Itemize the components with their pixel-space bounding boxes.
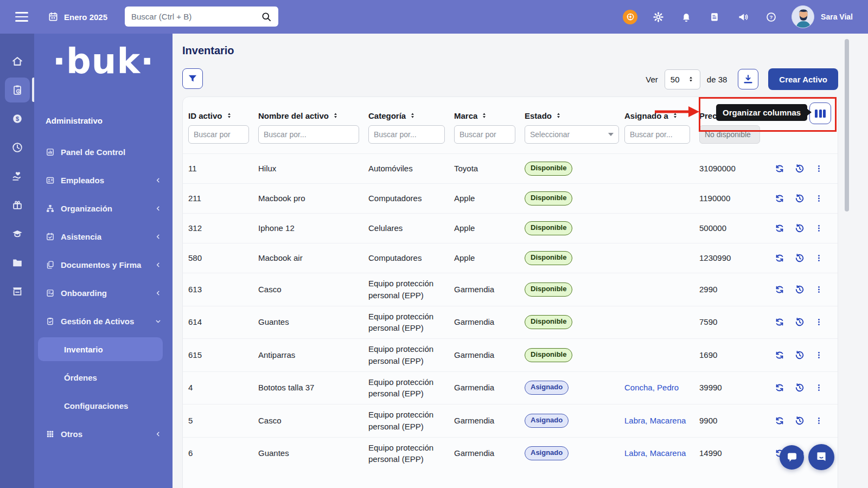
- filter-input-marca[interactable]: [454, 125, 515, 144]
- cell-assigned-link[interactable]: [624, 164, 699, 173]
- change-status-icon[interactable]: [774, 163, 785, 174]
- cell-assigned-link[interactable]: [624, 318, 699, 326]
- organize-columns-button[interactable]: [809, 102, 831, 124]
- cell-assigned-link[interactable]: [624, 285, 699, 294]
- kebab-menu-icon[interactable]: [814, 350, 824, 361]
- export-download-button[interactable]: [738, 69, 758, 89]
- sidebar-item-panel-de-control[interactable]: Panel de Control: [34, 138, 173, 166]
- page-size-select[interactable]: 50: [665, 69, 700, 89]
- sidebar-subitem-configuraciones[interactable]: Configuraciones: [34, 391, 173, 420]
- sidebar-item-otros[interactable]: Otros: [34, 420, 173, 448]
- change-status-icon[interactable]: [774, 253, 785, 264]
- sidebar-item-empleados[interactable]: Empleados: [34, 166, 173, 194]
- period-selector[interactable]: Enero 2025: [48, 11, 107, 22]
- change-status-icon[interactable]: [774, 382, 785, 393]
- history-icon[interactable]: [794, 163, 805, 174]
- sidebar-item-asistencia[interactable]: Asistencia: [34, 222, 173, 251]
- rail-benefits-icon[interactable]: [0, 162, 34, 190]
- cell-assigned-link[interactable]: [624, 224, 699, 233]
- chat-bubble-button[interactable]: [780, 445, 804, 470]
- column-header-marca[interactable]: Marca: [454, 111, 525, 120]
- history-icon[interactable]: [794, 223, 805, 234]
- rail-time-icon[interactable]: [0, 133, 34, 162]
- rail-training-icon[interactable]: [0, 219, 34, 248]
- filter-button[interactable]: [182, 68, 203, 89]
- cell-assigned-link[interactable]: [624, 351, 699, 359]
- column-header-asignado[interactable]: Asignado a: [624, 111, 699, 120]
- vertical-scrollbar[interactable]: [845, 39, 849, 211]
- rail-files-icon[interactable]: [0, 248, 34, 277]
- kebab-menu-icon[interactable]: [814, 284, 824, 295]
- assistant-icon[interactable]: [623, 10, 637, 24]
- sidebar-subitem-inventario[interactable]: Inventario: [38, 337, 163, 361]
- change-status-icon[interactable]: [774, 415, 785, 426]
- sidebar-item-documentos-y-firma[interactable]: Documentos y Firma: [34, 251, 173, 279]
- rail-asset-management-icon[interactable]: [0, 75, 34, 104]
- sidebar-subitem-ordenes[interactable]: Órdenes: [34, 363, 173, 391]
- column-header-categoria[interactable]: Categoría: [368, 111, 454, 120]
- sort-icon[interactable]: [409, 112, 416, 119]
- table-row[interactable]: 312 Iphone 12 Celulares Apple Disponible…: [183, 213, 838, 243]
- sort-icon[interactable]: [226, 112, 233, 119]
- kebab-menu-icon[interactable]: [814, 223, 824, 234]
- sidebar-item-onboarding[interactable]: Onboarding: [34, 279, 173, 307]
- column-header-nombre[interactable]: Nombre del activo: [258, 111, 368, 120]
- table-row[interactable]: 4 Bototos talla 37 Equipo protección per…: [183, 371, 838, 404]
- table-row[interactable]: 11 Hilux Automóviles Toyota Disponible 3…: [183, 153, 838, 183]
- history-icon[interactable]: [794, 193, 805, 204]
- table-row[interactable]: 5 Casco Equipo protección personal (EPP)…: [183, 404, 838, 437]
- cell-assigned-link[interactable]: Concha, Pedro: [624, 377, 699, 398]
- table-row[interactable]: 211 Macbook pro Computadores Apple Dispo…: [183, 183, 838, 213]
- sidebar-item-gestion-de-activos[interactable]: Gestión de Activos: [34, 307, 173, 335]
- filter-input-categoria[interactable]: [368, 125, 445, 144]
- table-row[interactable]: 6 Guantes Equipo protección personal (EP…: [183, 437, 838, 470]
- filter-input-asignado[interactable]: [624, 125, 690, 144]
- global-search[interactable]: [125, 7, 278, 27]
- filter-select-estado[interactable]: Seleccionar: [525, 125, 619, 144]
- change-status-icon[interactable]: [774, 350, 785, 361]
- table-row[interactable]: 615 Antiparras Equipo protección persona…: [183, 338, 838, 371]
- history-icon[interactable]: [794, 317, 805, 328]
- change-status-icon[interactable]: [774, 223, 785, 234]
- table-row[interactable]: 580 Macbook air Computadores Apple Dispo…: [183, 243, 838, 273]
- column-header-id[interactable]: ID activo: [188, 111, 258, 120]
- sort-icon[interactable]: [332, 112, 339, 119]
- hamburger-menu-icon[interactable]: [15, 12, 28, 22]
- search-input[interactable]: [131, 12, 261, 21]
- user-avatar[interactable]: [792, 5, 814, 28]
- announcements-megaphone-icon[interactable]: [735, 9, 750, 24]
- filter-input-id[interactable]: [188, 125, 249, 144]
- history-icon[interactable]: [794, 350, 805, 361]
- cell-assigned-link[interactable]: Labra, Macarena: [624, 443, 699, 464]
- kebab-menu-icon[interactable]: [814, 193, 824, 204]
- sort-icon[interactable]: [672, 112, 679, 119]
- settings-gear-icon[interactable]: [650, 9, 666, 24]
- change-status-icon[interactable]: [774, 193, 785, 204]
- sort-icon[interactable]: [481, 112, 488, 119]
- kebab-menu-icon[interactable]: [814, 415, 824, 426]
- table-row[interactable]: 613 Casco Equipo protección personal (EP…: [183, 273, 838, 306]
- rail-payroll-icon[interactable]: [0, 104, 34, 133]
- rail-marketplace-icon[interactable]: [0, 277, 34, 305]
- notifications-bell-icon[interactable]: [679, 9, 694, 24]
- cell-assigned-link[interactable]: [624, 254, 699, 262]
- search-icon[interactable]: [261, 11, 272, 22]
- history-icon[interactable]: [794, 382, 805, 393]
- change-status-icon[interactable]: [774, 317, 785, 328]
- filter-input-nombre[interactable]: [258, 125, 359, 144]
- sort-icon[interactable]: [555, 112, 562, 119]
- change-status-icon[interactable]: [774, 284, 785, 295]
- rail-rewards-icon[interactable]: [0, 190, 34, 219]
- news-icon[interactable]: [707, 9, 722, 24]
- rail-home-icon[interactable]: [0, 47, 34, 75]
- help-icon[interactable]: [763, 9, 778, 24]
- sidebar-item-organizacion[interactable]: Organización: [34, 194, 173, 222]
- table-row[interactable]: 614 Guantes Equipo protección personal (…: [183, 306, 838, 339]
- cell-assigned-link[interactable]: [624, 194, 699, 203]
- help-center-button[interactable]: [808, 444, 834, 470]
- kebab-menu-icon[interactable]: [814, 163, 824, 174]
- history-icon[interactable]: [794, 284, 805, 295]
- kebab-menu-icon[interactable]: [814, 382, 824, 393]
- history-icon[interactable]: [794, 415, 805, 426]
- kebab-menu-icon[interactable]: [814, 253, 824, 264]
